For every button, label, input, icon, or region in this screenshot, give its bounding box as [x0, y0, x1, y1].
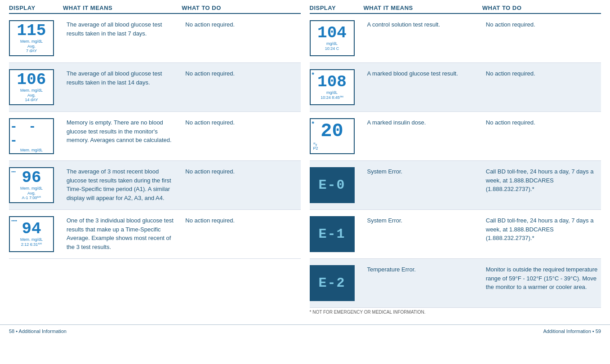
left-header-col3: WHAT TO DO	[182, 4, 300, 11]
what-to-do-cell: No action required.	[182, 116, 300, 129]
what-to-do-cell: No action required.	[182, 67, 300, 80]
what-to-do-cell: No action required.	[182, 165, 300, 178]
display-image: - - - Mem. mg/dL	[9, 118, 54, 154]
display-cell: 104 mg/dL10:24 C	[310, 18, 364, 58]
display-cell: E-0	[310, 165, 364, 205]
table-row: 104 mg/dL10:24 C A control solution test…	[310, 14, 601, 63]
right-half: DISPLAY WHAT IT MEANS WHAT TO DO 104 mg/…	[310, 4, 601, 316]
table-row: * 108 mg/dL10:24 8:45ᴾᴹ A marked blood g…	[310, 63, 601, 112]
display-image: 115 Mem. mg/dLAvg.7 dAY	[9, 20, 54, 56]
page-footer: 58 • Additional Information Additional I…	[0, 324, 610, 336]
what-to-do-cell: Call BD toll-free, 24 hours a day, 7 day…	[482, 165, 601, 195]
display-cell: E-2	[310, 263, 364, 303]
table-row: E-2 Temperature Error. Monitor is outsid…	[310, 259, 601, 308]
left-table-header: DISPLAY WHAT IT MEANS WHAT TO DO	[9, 4, 301, 14]
display-cell: ▪▪▪▪ 94 Mem. mg/dL2:12 6:31ᴬᴹ	[9, 214, 63, 254]
right-header-col3: WHAT TO DO	[482, 4, 601, 11]
what-it-means-cell: The average of all blood glucose test re…	[63, 67, 182, 89]
star-note: * NOT FOR EMERGENCY OR MEDICAL INFORMATI…	[310, 308, 601, 316]
what-it-means-cell: One of the 3 individual blood glucose te…	[63, 214, 182, 253]
display-image: 104 mg/dL10:24 C	[310, 20, 355, 56]
right-page-number: Additional Information • 59	[543, 328, 601, 334]
display-cell: * 20 𝑢y P2	[310, 116, 364, 156]
display-image: ▪▪▪ 96 Mem. mg/dLAvg.A-1 7:00ᴬᴹ	[9, 167, 54, 203]
asterisk-icon: *	[312, 71, 314, 78]
what-it-means-cell: Temperature Error.	[364, 263, 482, 276]
battery-icon: ▪▪▪▪	[11, 218, 17, 223]
what-to-do-cell: No action required.	[482, 116, 601, 129]
what-to-do-cell: No action required.	[482, 18, 601, 31]
right-header-col2: WHAT IT MEANS	[364, 4, 482, 11]
display-cell: * 108 mg/dL10:24 8:45ᴾᴹ	[310, 67, 364, 107]
table-row: E-0 System Error. Call BD toll-free, 24 …	[310, 161, 601, 210]
left-header-col2: WHAT IT MEANS	[63, 4, 182, 11]
display-cell: 115 Mem. mg/dLAvg.7 dAY	[9, 18, 63, 58]
what-it-means-cell: The average of 3 most recent blood gluco…	[63, 165, 182, 204]
display-image: * 108 mg/dL10:24 8:45ᴾᴹ	[310, 69, 355, 105]
what-it-means-cell: A marked insulin dose.	[364, 116, 482, 129]
error-display-E2: E-2	[310, 265, 355, 301]
table-row: - - - Mem. mg/dL Memory is empty. There …	[9, 112, 301, 161]
table-row: 106 Mem. mg/dLAvg.14 dAY The average of …	[9, 63, 301, 112]
what-it-means-cell: The average of all blood glucose test re…	[63, 18, 182, 40]
battery-icon: ▪▪▪	[11, 169, 16, 174]
what-it-means-cell: System Error.	[364, 214, 482, 227]
error-display-E1: E-1	[310, 216, 355, 252]
right-table-header: DISPLAY WHAT IT MEANS WHAT TO DO	[310, 4, 601, 14]
table-row: ▪▪▪ 96 Mem. mg/dLAvg.A-1 7:00ᴬᴹ The aver…	[9, 161, 301, 210]
display-cell: 106 Mem. mg/dLAvg.14 dAY	[9, 67, 63, 107]
right-header-col1: DISPLAY	[310, 4, 364, 11]
what-it-means-cell: A control solution test result.	[364, 18, 482, 31]
left-page-number: 58 • Additional Information	[9, 328, 67, 334]
left-half: DISPLAY WHAT IT MEANS WHAT TO DO 115 Mem…	[9, 4, 301, 316]
table-row: 115 Mem. mg/dLAvg.7 dAY The average of a…	[9, 14, 301, 63]
left-header-col1: DISPLAY	[9, 4, 63, 11]
what-it-means-cell: Memory is empty. There are no blood gluc…	[63, 116, 182, 146]
display-cell: E-1	[310, 214, 364, 254]
display-cell: - - - Mem. mg/dL	[9, 116, 63, 156]
what-to-do-cell: No action required.	[182, 214, 300, 227]
what-to-do-cell: Monitor is outside the required temperat…	[482, 263, 601, 293]
what-to-do-cell: No action required.	[182, 18, 300, 31]
what-it-means-cell: A marked blood glucose test result.	[364, 67, 482, 80]
what-to-do-cell: Call BD toll-free, 24 hours a day, 7 day…	[482, 214, 601, 244]
asterisk-icon: *	[312, 120, 314, 127]
what-it-means-cell: System Error.	[364, 165, 482, 178]
display-image: * 20 𝑢y P2	[310, 118, 355, 154]
table-row: ▪▪▪▪ 94 Mem. mg/dL2:12 6:31ᴬᴹ One of the…	[9, 210, 301, 259]
table-row: E-1 System Error. Call BD toll-free, 24 …	[310, 210, 601, 259]
display-cell: ▪▪▪ 96 Mem. mg/dLAvg.A-1 7:00ᴬᴹ	[9, 165, 63, 205]
error-display-E0: E-0	[310, 167, 355, 203]
display-image: ▪▪▪▪ 94 Mem. mg/dL2:12 6:31ᴬᴹ	[9, 216, 54, 252]
what-to-do-cell: No action required.	[482, 67, 601, 80]
display-image: 106 Mem. mg/dLAvg.14 dAY	[9, 69, 54, 105]
table-row: * 20 𝑢y P2 A marked insulin dose. No act…	[310, 112, 601, 161]
